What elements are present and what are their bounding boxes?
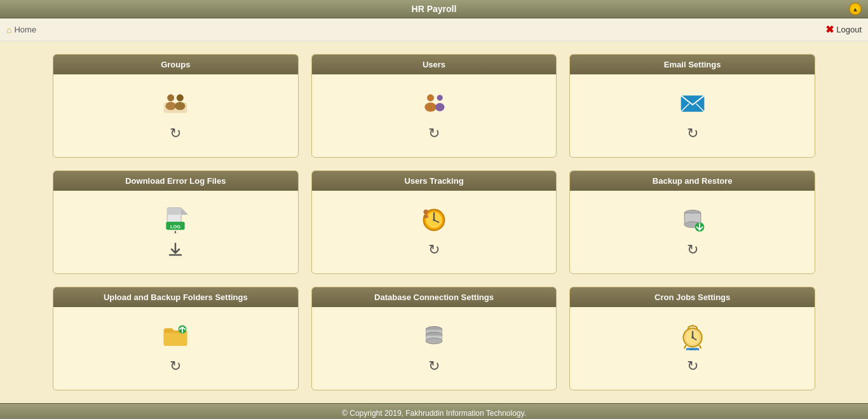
- app-title: HR Payroll: [412, 4, 457, 14]
- card-cron-jobs[interactable]: Cron Jobs Settings: [569, 287, 815, 390]
- logout-icon: ✖: [825, 24, 834, 36]
- minimize-icon[interactable]: ▲: [849, 3, 862, 15]
- nav-bar: ⌂ Home ✖ Logout: [0, 18, 868, 41]
- svg-text:LOG: LOG: [170, 224, 180, 230]
- card-database-connection[interactable]: Database Connection Settings ↻: [311, 287, 557, 390]
- card-cron-jobs-header: Cron Jobs Settings: [570, 287, 815, 307]
- card-download-error-log-body: LOG: [53, 191, 298, 273]
- card-backup-restore-header: Backup and Restore: [570, 171, 815, 191]
- logout-button[interactable]: ✖ Logout: [825, 24, 862, 36]
- cronjobs-icon: Crontab: [679, 322, 707, 350]
- card-email-settings[interactable]: Email Settings ↻: [569, 54, 815, 158]
- database-refresh-icon: ↻: [428, 358, 440, 374]
- card-users[interactable]: Users ↻: [311, 54, 557, 158]
- folder-icon: [161, 322, 189, 350]
- card-upload-backup-body: ↻: [53, 307, 298, 390]
- card-users-tracking-body: ↻: [312, 191, 557, 273]
- email-icon: [679, 90, 707, 118]
- users-refresh-icon: ↻: [428, 125, 440, 142]
- card-upload-backup-header: Upload and Backup Folders Settings: [53, 287, 298, 307]
- database-icon: [420, 322, 448, 350]
- card-database-header: Database Connection Settings: [312, 287, 557, 307]
- card-download-error-log-header: Download Error Log Files: [53, 171, 298, 191]
- tracking-refresh-icon: ↻: [428, 242, 440, 258]
- copyright-text: © Copyright 2019, Fakhruddin Information…: [342, 409, 526, 418]
- svg-point-22: [423, 210, 428, 214]
- footer: © Copyright 2019, Fakhruddin Information…: [0, 403, 868, 419]
- card-users-header: Users: [312, 55, 557, 74]
- main-content: Groups ↻ Users: [0, 41, 868, 403]
- card-email-header: Email Settings: [570, 55, 815, 74]
- svg-line-40: [684, 346, 686, 348]
- card-backup-restore-body: ↻: [570, 191, 815, 273]
- svg-point-5: [427, 94, 434, 101]
- card-download-error-log[interactable]: Download Error Log Files LOG: [53, 170, 299, 274]
- svg-point-0: [167, 94, 174, 101]
- cronjobs-refresh-icon: ↻: [687, 358, 698, 374]
- svg-rect-4: [164, 102, 187, 113]
- title-bar: HR Payroll ▲: [0, 0, 868, 18]
- svg-point-7: [437, 95, 443, 100]
- svg-point-23: [423, 215, 428, 219]
- home-link[interactable]: ⌂ Home: [6, 25, 36, 35]
- home-icon: ⌂: [6, 25, 11, 35]
- svg-point-8: [435, 103, 445, 111]
- svg-point-6: [424, 102, 436, 112]
- download-icon: [166, 241, 184, 259]
- backup-refresh-icon: ↻: [687, 242, 698, 258]
- svg-line-41: [700, 346, 701, 348]
- svg-point-33: [426, 338, 442, 344]
- svg-text:Crontab: Crontab: [687, 350, 698, 350]
- card-upload-backup-folders[interactable]: Upload and Backup Folders Settings ↻: [53, 287, 299, 390]
- card-users-tracking[interactable]: Users Tracking ↻: [311, 170, 557, 274]
- svg-point-2: [177, 94, 184, 101]
- groups-refresh-icon: ↻: [170, 125, 181, 142]
- home-label: Home: [14, 25, 36, 34]
- log-icon: LOG: [161, 205, 189, 233]
- card-cron-jobs-body: Crontab ↻: [570, 307, 815, 390]
- cards-grid: Groups ↻ Users: [53, 54, 815, 390]
- upload-backup-refresh-icon: ↻: [170, 358, 181, 374]
- tracking-icon: [420, 206, 448, 234]
- card-database-body: ↻: [312, 307, 557, 390]
- card-backup-restore[interactable]: Backup and Restore ↻: [569, 170, 815, 274]
- card-email-body: ↻: [570, 74, 815, 157]
- card-groups-body: ↻: [53, 74, 298, 157]
- card-groups-header: Groups: [53, 55, 298, 74]
- email-refresh-icon: ↻: [687, 125, 698, 142]
- groups-icon: [161, 90, 189, 118]
- backup-icon: [679, 206, 707, 234]
- card-users-tracking-header: Users Tracking: [312, 171, 557, 191]
- svg-marker-14: [181, 208, 188, 215]
- svg-rect-13: [167, 208, 181, 215]
- card-groups[interactable]: Groups ↻: [53, 54, 299, 158]
- users-icon: [420, 90, 448, 118]
- logout-label: Logout: [836, 25, 862, 34]
- card-users-body: ↻: [312, 74, 557, 157]
